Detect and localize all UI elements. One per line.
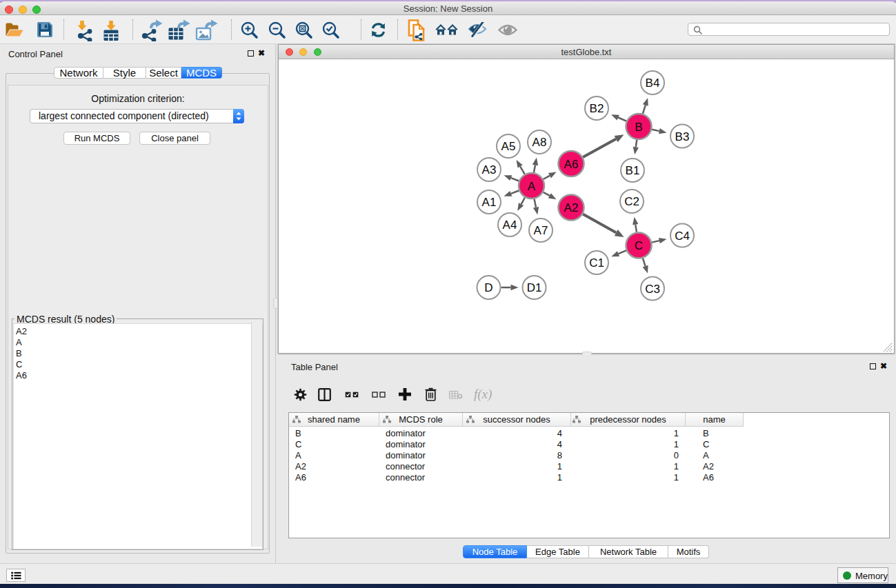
svg-text:A8: A8: [532, 136, 547, 149]
svg-text:D1: D1: [527, 281, 542, 294]
svg-text:B: B: [635, 121, 642, 134]
svg-text:C1: C1: [589, 256, 604, 270]
svg-text:A5: A5: [501, 140, 516, 153]
svg-text:B3: B3: [675, 130, 690, 143]
svg-text:C2: C2: [624, 195, 639, 208]
svg-text:B1: B1: [626, 164, 640, 177]
svg-text:A3: A3: [482, 163, 497, 176]
svg-text:A: A: [528, 180, 536, 193]
svg-text:C: C: [635, 239, 643, 252]
svg-text:C3: C3: [645, 283, 660, 296]
svg-text:A2: A2: [564, 201, 579, 214]
svg-text:A6: A6: [564, 158, 579, 171]
svg-text:A4: A4: [503, 219, 517, 232]
svg-text:A7: A7: [534, 224, 548, 237]
svg-text:B2: B2: [590, 102, 604, 115]
svg-text:C4: C4: [675, 230, 690, 243]
svg-text:D: D: [484, 281, 492, 294]
svg-text:B4: B4: [646, 77, 660, 90]
svg-text:A1: A1: [482, 196, 497, 209]
